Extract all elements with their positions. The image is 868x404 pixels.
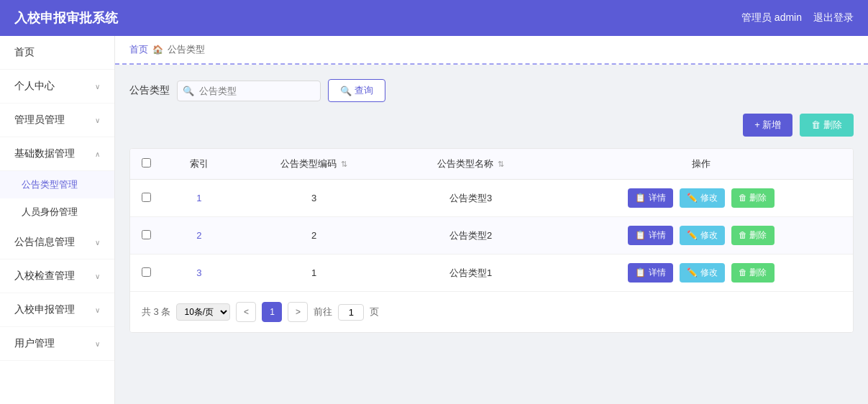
next-icon: > bbox=[296, 307, 301, 317]
table-header-row: 索引 公告类型编码 ⇅ 公告类型名称 ⇅ 操作 bbox=[130, 149, 853, 180]
detail-icon: 📋 bbox=[635, 193, 646, 203]
prev-icon: < bbox=[244, 307, 249, 317]
cell-actions: 📋 详情 ✏️ 修改 🗑 删除 bbox=[549, 217, 853, 254]
cell-name: 公告类型3 bbox=[393, 180, 549, 217]
cell-index: 2 bbox=[163, 217, 236, 254]
detail-icon: 📋 bbox=[635, 230, 646, 240]
breadcrumb-home[interactable]: 首页 bbox=[129, 43, 148, 56]
query-icon: 🔍 bbox=[340, 86, 352, 96]
batch-delete-button[interactable]: 🗑 删除 bbox=[800, 114, 854, 137]
pagination: 共 3 条 10条/页 20条/页 50条/页 < 1 > bbox=[130, 291, 853, 332]
select-all-checkbox[interactable] bbox=[142, 158, 151, 167]
admin-label: 管理员 admin bbox=[741, 12, 802, 24]
goto-page-input[interactable] bbox=[338, 304, 364, 321]
th-index: 索引 bbox=[163, 149, 236, 180]
chevron-icon: ∧ bbox=[95, 150, 100, 158]
edit-button[interactable]: ✏️ 修改 bbox=[680, 188, 724, 208]
add-button[interactable]: + 新增 bbox=[743, 114, 792, 137]
th-actions: 操作 bbox=[549, 149, 853, 180]
cell-checkbox bbox=[130, 217, 163, 254]
search-input-wrap: 🔍 bbox=[177, 81, 321, 101]
th-code: 公告类型编码 ⇅ bbox=[236, 149, 393, 180]
chevron-icon: ∨ bbox=[95, 340, 100, 348]
sidebar-item-personal[interactable]: 个人中心 ∨ bbox=[0, 70, 114, 104]
next-page-button[interactable]: > bbox=[288, 302, 308, 322]
sidebar-sub-item-person-identity[interactable]: 人员身份管理 bbox=[0, 198, 114, 226]
breadcrumb-separator: 🏠 bbox=[152, 45, 163, 55]
sidebar: 首页 个人中心 ∨ 管理员管理 ∨ 基础数据管理 ∧ 公告类型管理 人员身份管理… bbox=[0, 36, 115, 404]
detail-icon: 📋 bbox=[635, 267, 646, 277]
detail-button[interactable]: 📋 详情 bbox=[628, 188, 672, 208]
logout-link[interactable]: 退出登录 bbox=[813, 12, 854, 24]
table-row: 3 1 公告类型1 📋 详情 ✏️ 修改 🗑 删除 bbox=[130, 254, 853, 292]
sidebar-item-entry-apply[interactable]: 入校申报管理 ∨ bbox=[0, 293, 114, 327]
chevron-icon: ∨ bbox=[95, 116, 100, 124]
sort-icon: ⇅ bbox=[341, 160, 347, 168]
delete-icon: 🗑 bbox=[739, 230, 747, 240]
edit-button[interactable]: ✏️ 修改 bbox=[680, 226, 724, 245]
cell-index: 1 bbox=[163, 180, 236, 217]
search-input[interactable] bbox=[177, 81, 321, 101]
edit-icon: ✏️ bbox=[687, 230, 698, 240]
edit-icon: ✏️ bbox=[687, 193, 698, 203]
index-link[interactable]: 1 bbox=[196, 193, 201, 203]
detail-button[interactable]: 📋 详情 bbox=[628, 263, 672, 283]
chevron-icon: ∨ bbox=[95, 83, 100, 91]
app-title: 入校申报审批系统 bbox=[14, 9, 118, 27]
sidebar-item-admin-manage[interactable]: 管理员管理 ∨ bbox=[0, 104, 114, 137]
th-checkbox bbox=[130, 149, 163, 180]
cell-code: 1 bbox=[236, 254, 393, 292]
delete-icon: 🗑 bbox=[739, 267, 747, 277]
cell-code: 2 bbox=[236, 217, 393, 254]
layout: 首页 个人中心 ∨ 管理员管理 ∨ 基础数据管理 ∧ 公告类型管理 人员身份管理… bbox=[0, 36, 868, 404]
per-page-select[interactable]: 10条/页 20条/页 50条/页 bbox=[176, 303, 230, 321]
delete-button[interactable]: 🗑 删除 bbox=[731, 188, 774, 208]
detail-button[interactable]: 📋 详情 bbox=[628, 226, 672, 245]
page-1-button[interactable]: 1 bbox=[262, 302, 282, 322]
cell-checkbox bbox=[130, 180, 163, 217]
cell-code: 3 bbox=[236, 180, 393, 217]
edit-icon: ✏️ bbox=[687, 267, 698, 277]
sidebar-item-home[interactable]: 首页 bbox=[0, 36, 114, 70]
search-label: 公告类型 bbox=[129, 84, 170, 97]
sidebar-item-user-manage[interactable]: 用户管理 ∨ bbox=[0, 327, 114, 361]
delete-button[interactable]: 🗑 删除 bbox=[731, 263, 774, 283]
index-link[interactable]: 2 bbox=[196, 230, 201, 241]
delete-icon: 🗑 bbox=[739, 193, 747, 203]
cell-name: 公告类型2 bbox=[393, 217, 549, 254]
total-label: 共 3 条 bbox=[142, 306, 170, 318]
cell-index: 3 bbox=[163, 254, 236, 292]
search-bar: 公告类型 🔍 🔍 查询 bbox=[129, 79, 854, 102]
row-checkbox[interactable] bbox=[142, 230, 151, 239]
content-area: 公告类型 🔍 🔍 查询 + 新增 🗑 删除 bbox=[115, 65, 868, 347]
sidebar-item-basic-data[interactable]: 基础数据管理 ∧ bbox=[0, 137, 114, 171]
data-table-wrap: 索引 公告类型编码 ⇅ 公告类型名称 ⇅ 操作 bbox=[129, 148, 854, 333]
search-icon: 🔍 bbox=[183, 86, 194, 96]
action-bar: + 新增 🗑 删除 bbox=[129, 114, 854, 137]
cell-actions: 📋 详情 ✏️ 修改 🗑 删除 bbox=[549, 180, 853, 217]
query-button[interactable]: 🔍 查询 bbox=[328, 79, 385, 102]
th-name: 公告类型名称 ⇅ bbox=[393, 149, 549, 180]
cell-actions: 📋 详情 ✏️ 修改 🗑 删除 bbox=[549, 254, 853, 292]
breadcrumb: 首页 🏠 公告类型 bbox=[115, 36, 868, 65]
edit-button[interactable]: ✏️ 修改 bbox=[680, 263, 724, 283]
header: 入校申报审批系统 管理员 admin 退出登录 bbox=[0, 0, 868, 36]
data-table: 索引 公告类型编码 ⇅ 公告类型名称 ⇅ 操作 bbox=[130, 149, 853, 291]
row-checkbox[interactable] bbox=[142, 267, 151, 277]
sidebar-sub-item-notice-type[interactable]: 公告类型管理 bbox=[0, 171, 114, 198]
page-label: 页 bbox=[370, 306, 379, 318]
chevron-icon: ∨ bbox=[95, 239, 100, 247]
main-content: 首页 🏠 公告类型 公告类型 🔍 🔍 查询 + 新增 bbox=[115, 36, 868, 404]
row-checkbox[interactable] bbox=[142, 193, 151, 202]
sidebar-item-entry-check[interactable]: 入校检查管理 ∨ bbox=[0, 260, 114, 293]
chevron-icon: ∨ bbox=[95, 306, 100, 314]
table-row: 1 3 公告类型3 📋 详情 ✏️ 修改 🗑 删除 bbox=[130, 180, 853, 217]
breadcrumb-current: 公告类型 bbox=[168, 43, 205, 56]
cell-checkbox bbox=[130, 254, 163, 292]
chevron-icon: ∨ bbox=[95, 272, 100, 280]
table-row: 2 2 公告类型2 📋 详情 ✏️ 修改 🗑 删除 bbox=[130, 217, 853, 254]
index-link[interactable]: 3 bbox=[196, 267, 201, 278]
sidebar-item-notice-manage[interactable]: 公告信息管理 ∨ bbox=[0, 226, 114, 260]
delete-button[interactable]: 🗑 删除 bbox=[731, 226, 774, 245]
prev-page-button[interactable]: < bbox=[236, 302, 256, 322]
